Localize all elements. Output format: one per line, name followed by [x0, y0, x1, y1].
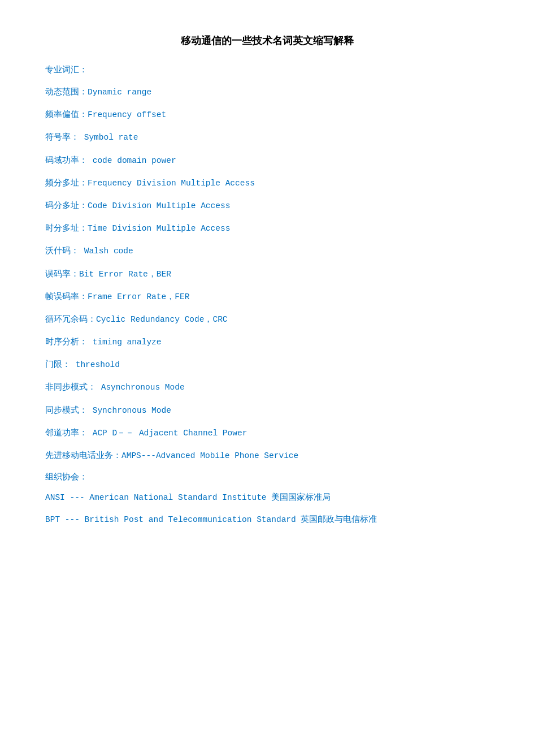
term-english: timing analyze [88, 338, 162, 347]
term-line: 邻道功率： ACP D－－ Adjacent Channel Power [45, 426, 489, 440]
term-english: Bit Error Rate，BER [79, 270, 171, 279]
term-line: 先进移动电话业务：AMPS---Advanced Mobile Phone Se… [45, 449, 489, 463]
term-line: 频率偏值：Frequency offset [45, 108, 489, 122]
term-chinese: 动态范围： [45, 87, 88, 96]
org-line: BPT --- British Post and Telecommunicati… [45, 513, 489, 526]
term-english: Frequency Division Multiple Access [88, 179, 255, 188]
term-english: Time Division Multiple Access [88, 224, 230, 233]
term-line: 帧误码率：Frame Error Rate，FER [45, 290, 489, 304]
term-english: Synchronous Mode [88, 406, 171, 415]
term-chinese: 频率偏值： [45, 110, 88, 119]
term-line: 同步模式： Synchronous Mode [45, 404, 489, 417]
term-line: 码分多址：Code Division Multiple Access [45, 199, 489, 213]
term-english: code domain power [88, 156, 176, 165]
term-line: 误码率：Bit Error Rate，BER [45, 267, 489, 281]
term-line: 频分多址：Frequency Division Multiple Access [45, 176, 489, 190]
section1-header: 专业词汇： [45, 64, 489, 75]
term-chinese: 同步模式： [45, 405, 88, 414]
term-chinese: 频分多址： [45, 178, 88, 187]
section2-header: 组织协会： [45, 472, 489, 482]
term-english: Walsh code [79, 247, 133, 256]
term-line: 沃什码： Walsh code [45, 244, 489, 258]
term-line: 循环冗余码：Cyclic Redundancy Code，CRC [45, 313, 489, 326]
term-chinese: 门限： [45, 360, 71, 369]
term-line: 时分多址：Time Division Multiple Access [45, 222, 489, 235]
term-english: threshold [71, 360, 120, 369]
term-english: Frequency offset [88, 110, 166, 119]
term-chinese: 码域功率： [45, 155, 88, 165]
term-english: Symbol rate [79, 133, 138, 142]
term-chinese: 循环冗余码： [45, 314, 96, 323]
term-english: Code Division Multiple Access [88, 201, 230, 210]
term-english: ACP D－－ Adjacent Channel Power [88, 429, 247, 438]
term-chinese: 邻道功率： [45, 428, 88, 437]
term-chinese: 时序分析： [45, 337, 88, 346]
term-english: Frame Error Rate，FER [88, 292, 189, 301]
term-line: 非同步模式： Asynchronous Mode [45, 381, 489, 394]
term-line: 门限： threshold [45, 358, 489, 371]
term-chinese: 码分多址： [45, 201, 88, 210]
term-chinese: 帧误码率： [45, 292, 88, 301]
term-english: Dynamic range [88, 88, 151, 97]
term-chinese: 时分多址： [45, 223, 88, 232]
term-chinese: 沃什码： [45, 246, 79, 255]
term-line: 动态范围：Dynamic range [45, 85, 489, 99]
term-chinese: 先进移动电话业务： [45, 451, 121, 460]
org-line: ANSI --- American National Standard Inst… [45, 491, 489, 504]
term-line: 码域功率： code domain power [45, 154, 489, 167]
term-chinese: 误码率： [45, 269, 79, 278]
term-line: 符号率： Symbol rate [45, 131, 489, 144]
term-chinese: 符号率： [45, 132, 79, 141]
term-chinese: 非同步模式： [45, 382, 96, 391]
term-english: AMPS---Advanced Mobile Phone Service [121, 451, 298, 460]
term-line: 时序分析： timing analyze [45, 335, 489, 349]
page-title: 移动通信的一些技术名词英文缩写解释 [45, 34, 489, 47]
term-english: Asynchronous Mode [96, 383, 185, 392]
term-english: Cyclic Redundancy Code，CRC [96, 315, 228, 324]
